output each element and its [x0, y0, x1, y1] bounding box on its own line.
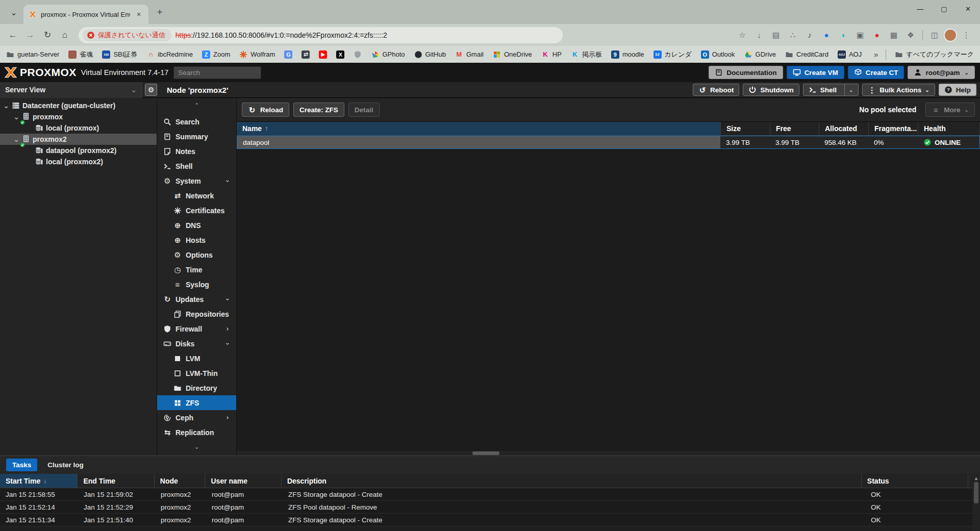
- tree-item-proxmox[interactable]: ⌄proxmox: [0, 111, 157, 122]
- menu-item-summary[interactable]: Summary: [157, 129, 236, 144]
- bookmark-item[interactable]: K掲示板: [571, 50, 602, 59]
- task-row[interactable]: Jan 15 21:52:14Jan 15 21:52:29proxmox2ro…: [0, 501, 980, 514]
- close-button[interactable]: ✕: [956, 0, 980, 17]
- menu-item-ceph[interactable]: Ceph: [157, 410, 236, 425]
- bookmark-item[interactable]: AOJAOJ: [838, 50, 862, 59]
- scroll-up-icon[interactable]: ▲: [974, 474, 979, 482]
- menu-item-firewall[interactable]: Firewall: [157, 321, 236, 336]
- bookmark-item[interactable]: GitHub: [414, 50, 446, 59]
- menu-item-system[interactable]: ⚙System: [157, 173, 236, 188]
- root-pam-button[interactable]: root@pam⌄: [908, 66, 975, 79]
- tree-expander-icon[interactable]: ⌄: [13, 135, 19, 143]
- bookmark-item[interactable]: KHP: [541, 50, 562, 59]
- column-header-node[interactable]: Node: [155, 474, 206, 488]
- bookmark-item[interactable]: guetan-Server: [6, 50, 59, 59]
- column-header-status[interactable]: Status: [862, 474, 968, 488]
- grid-icon[interactable]: ▦: [886, 28, 901, 43]
- tree-item-datacenter[interactable]: ⌄Datacenter (guetan-cluster): [0, 100, 157, 111]
- bookmark-item[interactable]: OneDrive: [493, 50, 532, 59]
- bookmark-item[interactable]: ZZoom: [202, 50, 230, 59]
- create-zfs-button[interactable]: Create: ZFS: [293, 103, 344, 117]
- menu-item-hosts[interactable]: ⊕Hosts: [157, 233, 236, 247]
- bird-icon[interactable]: ◗: [836, 28, 851, 43]
- column-header-start-time[interactable]: Start Time↓: [0, 474, 78, 488]
- global-search-input[interactable]: [173, 66, 261, 79]
- column-header-allocated[interactable]: Allocated: [819, 122, 869, 136]
- column-header-size[interactable]: Size: [721, 122, 770, 136]
- tree-item-proxmox2[interactable]: ⌄proxmox2: [0, 134, 157, 145]
- menu-item-syslog[interactable]: ≡Syslog: [157, 277, 236, 292]
- bookmark-item[interactable]: 12カレンダ: [654, 50, 692, 59]
- bookmark-item[interactable]: [354, 50, 362, 59]
- download-icon[interactable]: ↓: [751, 28, 767, 43]
- record-icon[interactable]: ●: [869, 28, 885, 43]
- puzzle-icon[interactable]: ❖: [903, 28, 918, 43]
- print-icon[interactable]: ▤: [768, 28, 784, 43]
- column-header-fragmenta-[interactable]: Fragmenta...: [869, 122, 918, 136]
- bookmark-item[interactable]: G: [284, 50, 292, 59]
- reload-button[interactable]: ↻: [39, 27, 56, 44]
- scrollbar-thumb[interactable]: [472, 451, 499, 455]
- tab-search-button[interactable]: ⌄: [6, 5, 21, 20]
- menu-item-certificates[interactable]: Certificates: [157, 203, 236, 218]
- menu-item-disks[interactable]: Disks: [157, 336, 236, 351]
- menu-item-lvm-thin[interactable]: LVM-Thin: [157, 366, 236, 381]
- reboot-button[interactable]: ↺Reboot: [693, 84, 740, 96]
- help-button[interactable]: ?Help: [939, 84, 976, 96]
- tree-item-local[interactable]: local (proxmox2): [0, 156, 157, 167]
- menu-scroll-up-icon[interactable]: ⌃: [157, 103, 236, 108]
- task-row[interactable]: Jan 15 21:58:55Jan 15 21:59:02proxmox2ro…: [0, 488, 980, 501]
- menu-item-repositories[interactable]: Repositories: [157, 307, 236, 321]
- bookmark-item[interactable]: 雀魂: [68, 50, 93, 59]
- menu-item-shell[interactable]: Shell: [157, 159, 236, 173]
- column-header-description[interactable]: Description: [282, 474, 862, 488]
- menu-item-time[interactable]: ◷Time: [157, 262, 236, 277]
- menu-item-directory[interactable]: Directory: [157, 381, 236, 395]
- profile-avatar[interactable]: [944, 29, 957, 42]
- tree-expander-icon[interactable]: ⌄: [3, 102, 9, 110]
- minimize-button[interactable]: —: [908, 0, 932, 17]
- back-button[interactable]: ←: [4, 27, 21, 44]
- bookmark-item[interactable]: X: [336, 50, 344, 59]
- vertical-scrollbar[interactable]: ▲: [972, 474, 980, 531]
- documentation-button[interactable]: Documentation: [709, 66, 783, 79]
- view-settings-button[interactable]: ⚙: [145, 84, 157, 96]
- home-button[interactable]: ⌂: [56, 27, 73, 44]
- bookmark-item[interactable]: GDrive: [744, 50, 776, 59]
- bookmark-item[interactable]: ⇄: [301, 50, 310, 59]
- column-header-health[interactable]: Health: [918, 122, 980, 136]
- column-header-free[interactable]: Free: [770, 122, 819, 136]
- menu-scroll-down-icon[interactable]: ⌄: [157, 444, 236, 449]
- menu-item-lvm[interactable]: LVM: [157, 351, 236, 366]
- bookmark-item[interactable]: MGmail: [455, 50, 484, 59]
- view-selector[interactable]: Server View ⌄: [0, 82, 142, 98]
- address-bar[interactable]: 保護されていない通信 https://192.168.100.50:8006/#…: [79, 27, 563, 43]
- menu-item-zfs[interactable]: ZFS: [157, 395, 236, 410]
- tree-expander-icon[interactable]: ⌄: [13, 113, 19, 121]
- bulk-actions-button[interactable]: ⋮Bulk Actions⌄: [862, 84, 935, 96]
- bookmark-item[interactable]: SBISBI証券: [102, 50, 137, 59]
- column-header-user-name[interactable]: User name: [205, 474, 281, 488]
- menu-item-replication[interactable]: ⇆Replication: [157, 425, 236, 440]
- detail-button[interactable]: Detail: [348, 103, 380, 117]
- paw-icon[interactable]: ∴: [785, 28, 800, 43]
- maximize-button[interactable]: ▢: [932, 0, 956, 17]
- bookmark-star-icon[interactable]: ☆: [735, 28, 750, 43]
- bookmark-item[interactable]: ▶: [319, 50, 327, 59]
- menu-item-notes[interactable]: Notes: [157, 144, 236, 159]
- camera-icon[interactable]: ▣: [852, 28, 868, 43]
- reload-zfs-button[interactable]: ↻Reload: [242, 103, 289, 117]
- menu-item-updates[interactable]: ↻Updates: [157, 292, 236, 307]
- blue-ball-icon[interactable]: ●: [819, 28, 834, 43]
- table-row[interactable]: datapool 3.99 TB 3.99 TB 958.46 KB 0% ON…: [237, 136, 980, 149]
- column-header-end-time[interactable]: End Time: [78, 474, 154, 488]
- column-header-name[interactable]: Name↑: [237, 122, 721, 136]
- menu-item-network[interactable]: ⇄Network: [157, 188, 236, 203]
- menu-item-dns[interactable]: ⊕DNS: [157, 218, 236, 233]
- menu-item-search[interactable]: Search: [157, 114, 236, 129]
- side-panel-icon[interactable]: ◫: [927, 28, 942, 43]
- more-button[interactable]: ≡More⌄: [925, 103, 975, 117]
- security-badge[interactable]: 保護されていない通信: [83, 29, 171, 41]
- shutdown-button[interactable]: Shutdown: [743, 84, 799, 96]
- menu-item-options[interactable]: ⚙Options: [157, 247, 236, 262]
